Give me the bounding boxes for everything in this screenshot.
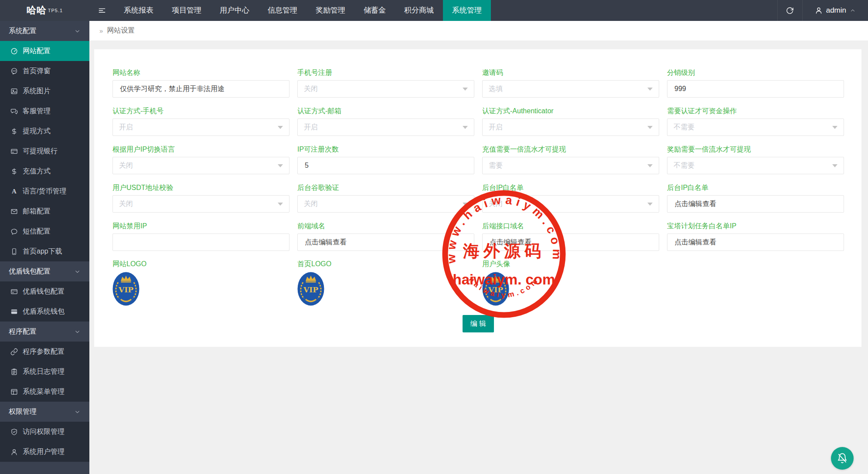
sidebar-item-withdraw-method[interactable]: 提现方式: [0, 121, 89, 141]
edit-button[interactable]: 编 辑: [463, 315, 494, 332]
sidebar-item-youdun-wallet-config[interactable]: 优盾钱包配置: [0, 281, 89, 301]
field-recharge-flow: 充值需要一倍流水才可提现 需要: [482, 146, 659, 174]
sidebar-item-youdun-system-wallet[interactable]: 优盾系统钱包: [0, 301, 89, 322]
field-label: 认证方式-手机号: [112, 108, 289, 115]
sidebar-item-program-params[interactable]: 程序参数配置: [0, 342, 89, 362]
backend-domain-input[interactable]: [489, 238, 653, 247]
field-label: 认证方式-Authenticator: [482, 108, 659, 115]
sidebar-item-system-logs[interactable]: 系统日志管理: [0, 362, 89, 382]
settings-form: 网站名称 手机号注册 关闭 邀请码 选填 分销级别 认证方式-手机号 开启 认证…: [112, 69, 844, 251]
dropdown-caret-icon: [278, 126, 283, 129]
admin-google-verify-select[interactable]: 关闭: [297, 195, 474, 213]
sidebar-item-language-currency[interactable]: A 语言/货币管理: [0, 181, 89, 201]
nav-item-savings[interactable]: 储蓄金: [354, 0, 395, 21]
site-logo-image[interactable]: VIP: [112, 272, 140, 306]
admin-username: admin: [826, 6, 846, 15]
sidebar-item-access-permissions[interactable]: 访问权限管理: [0, 422, 89, 442]
auth-email-select[interactable]: 开启: [297, 118, 474, 136]
field-label: 网站禁用IP: [112, 223, 289, 230]
recharge-flow-select[interactable]: 需要: [482, 157, 659, 174]
field-label: IP可注册次数: [297, 146, 474, 153]
sidebar-item-system-users[interactable]: 系统用户管理: [0, 442, 89, 462]
sidebar-footer: [0, 462, 89, 474]
sidebar-section-youdun-wallet[interactable]: 优盾钱包配置: [0, 261, 89, 281]
top-navbar: 哈哈TP5.1 系统报表 项目管理 用户中心 信息管理 奖励管理 储蓄金 积分商…: [0, 0, 868, 21]
reward-flow-select[interactable]: 不需要: [667, 157, 844, 174]
bt-whitelist-ip-input[interactable]: [674, 238, 837, 247]
nav-item-project-manage[interactable]: 项目管理: [163, 0, 211, 21]
nav-item-user-center[interactable]: 用户中心: [211, 0, 259, 21]
usdt-check-select[interactable]: 关闭: [112, 195, 289, 213]
chevron-down-icon: [74, 409, 81, 415]
layout-icon: [10, 388, 18, 396]
field-label: 后端接口域名: [482, 223, 659, 230]
field-invite-code: 邀请码 选填: [482, 69, 659, 98]
invite-code-select[interactable]: 选填: [482, 80, 659, 98]
sidebar-item-app-download[interactable]: 首页app下载: [0, 241, 89, 261]
edit-button-row: 编 辑: [112, 315, 844, 332]
ip-register-count-input[interactable]: [304, 161, 468, 170]
frontend-domain-input[interactable]: [304, 238, 468, 247]
nav-item-points-mall[interactable]: 积分商城: [395, 0, 443, 21]
hamburger-icon: [98, 6, 106, 15]
refresh-button[interactable]: [777, 0, 803, 21]
shield-check-icon: [10, 428, 18, 436]
field-label: 奖励需要一倍流水才可提现: [667, 146, 844, 153]
nav-item-system-report[interactable]: 系统报表: [115, 0, 163, 21]
letter-a-icon: A: [10, 188, 18, 195]
field-label: 充值需要一倍流水才可提现: [482, 146, 659, 153]
field-auth-authenticator: 认证方式-Authenticator 开启: [482, 108, 659, 136]
field-backend-domain: 后端接口域名: [482, 223, 659, 251]
phone-register-select[interactable]: 关闭: [297, 80, 474, 98]
sidebar-item-recharge-method[interactable]: 充值方式: [0, 161, 89, 181]
notifications-toggle-button[interactable]: [831, 447, 854, 470]
admin-ip-whitelist-input[interactable]: [674, 200, 837, 208]
sidebar-item-system-menu[interactable]: 系统菜单管理: [0, 382, 89, 402]
nav-item-info-manage[interactable]: 信息管理: [259, 0, 306, 21]
field-usdt-check: 用户USDT地址校验 关闭: [112, 184, 289, 213]
auth-phone-select[interactable]: 开启: [112, 118, 289, 136]
user-avatar-image[interactable]: VIP: [482, 272, 509, 306]
field-label: 前端域名: [297, 223, 474, 230]
field-label: 后台谷歌验证: [297, 184, 474, 191]
ip-language-select[interactable]: 关闭: [112, 157, 289, 174]
sidebar-item-sms-config[interactable]: 短信配置: [0, 221, 89, 241]
sidebar-section-system-config[interactable]: 系统配置: [0, 21, 89, 41]
top-nav-menu: 系统报表 项目管理 用户中心 信息管理 奖励管理 储蓄金 积分商城 系统管理: [115, 0, 491, 21]
site-name-input[interactable]: [119, 85, 283, 93]
field-label: 宝塔计划任务白名单IP: [667, 223, 844, 230]
sidebar-item-system-images[interactable]: 系统图片: [0, 81, 89, 101]
auth-authenticator-select[interactable]: 开启: [482, 118, 659, 136]
dollar-icon: [10, 128, 18, 135]
field-label: 手机号注册: [297, 69, 474, 76]
admin-menu[interactable]: admin: [803, 0, 868, 21]
field-site-logo: 网站LOGO VIP: [112, 261, 289, 306]
sidebar-section-permissions[interactable]: 权限管理: [0, 402, 89, 422]
dropdown-caret-icon: [463, 88, 468, 91]
sidebar-item-site-config[interactable]: 网站配置: [0, 41, 89, 61]
sidebar-item-email-config[interactable]: 邮箱配置: [0, 201, 89, 221]
chevron-down-icon: [74, 28, 81, 34]
breadcrumb-separator-icon: »: [99, 27, 103, 34]
nav-item-system-manage[interactable]: 系统管理: [443, 0, 491, 21]
distribution-level-input[interactable]: [674, 85, 837, 93]
sidebar-item-home-popup[interactable]: 首页弹窗: [0, 61, 89, 81]
dropdown-caret-icon: [647, 203, 653, 206]
app-logo-text: 哈哈: [27, 4, 47, 17]
admin-ip-whitelist-select[interactable]: 关闭: [482, 195, 659, 213]
sidebar-item-customer-service[interactable]: 客服管理: [0, 101, 89, 121]
dropdown-caret-icon: [463, 203, 468, 206]
sidebar-item-withdraw-banks[interactable]: 可提现银行: [0, 141, 89, 161]
field-bt-whitelist-ip: 宝塔计划任务白名单IP: [667, 223, 844, 251]
auth-required-funds-select[interactable]: 不需要: [667, 118, 844, 136]
site-ban-ip-input[interactable]: [119, 238, 283, 247]
mobile-icon: [10, 248, 18, 255]
sidebar-toggle-button[interactable]: [89, 0, 115, 21]
sidebar-section-program-config[interactable]: 程序配置: [0, 322, 89, 342]
bank-card-icon: [10, 148, 18, 155]
refresh-icon: [786, 7, 794, 15]
home-logo-image[interactable]: VIP: [297, 272, 324, 306]
field-label: 后台IP白名单: [482, 184, 659, 191]
field-admin-ip-whitelist-switch: 后台IP白名单 关闭: [482, 184, 659, 213]
nav-item-reward-manage[interactable]: 奖励管理: [306, 0, 354, 21]
